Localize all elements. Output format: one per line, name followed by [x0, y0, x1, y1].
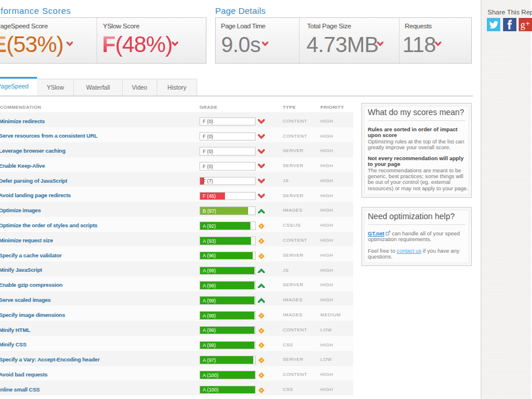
svg-text:g: g — [520, 19, 525, 30]
svg-text:+: + — [526, 20, 530, 28]
